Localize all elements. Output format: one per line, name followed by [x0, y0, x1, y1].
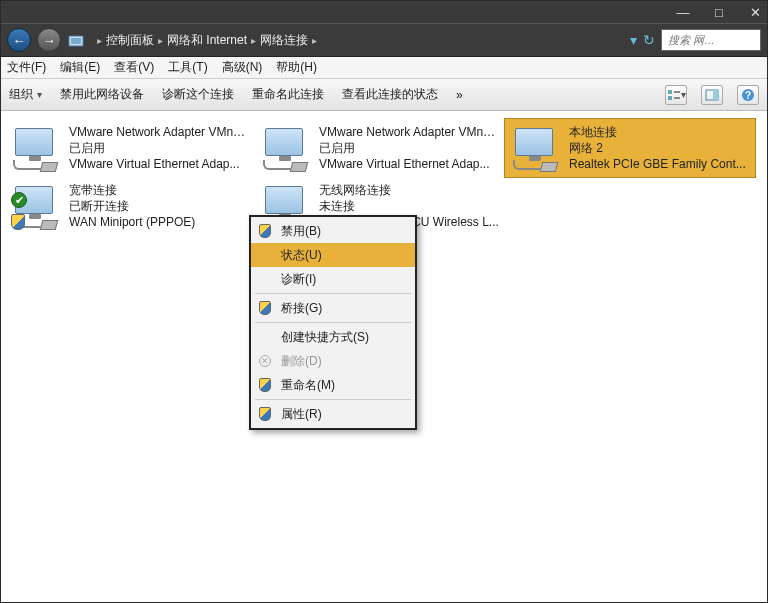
organize-label: 组织 [9, 86, 33, 103]
context-menu-label: 删除(D) [281, 353, 322, 370]
connection-item[interactable]: VMware Network Adapter VMnet8已启用VMware V… [255, 119, 505, 177]
shield-icon [257, 377, 273, 393]
organize-button[interactable]: 组织 ▾ [9, 86, 42, 103]
network-folder-icon [68, 32, 84, 48]
svg-rect-3 [668, 96, 672, 100]
breadcrumb-arrow-icon: ▸ [97, 35, 102, 46]
breadcrumb-seg-2[interactable]: 网络连接 [260, 32, 308, 49]
connection-name: VMware Network Adapter VMnet8 [319, 124, 499, 140]
connection-text: VMware Network Adapter VMnet1已启用VMware V… [69, 124, 249, 173]
context-menu: 禁用(B)状态(U)诊断(I)桥接(G)创建快捷方式(S)✕删除(D)重命名(M… [249, 215, 417, 430]
search-box[interactable]: 🔍 [661, 29, 761, 51]
menu-tools[interactable]: 工具(T) [168, 59, 207, 76]
context-menu-label: 创建快捷方式(S) [281, 329, 369, 346]
context-menu-separator [255, 399, 411, 400]
svg-rect-2 [668, 90, 672, 94]
blank-icon [257, 271, 273, 287]
connection-device: VMware Virtual Ethernet Adap... [319, 156, 499, 172]
chevron-down-icon: ▾ [37, 89, 42, 100]
context-menu-label: 桥接(G) [281, 300, 322, 317]
context-menu-item[interactable]: 状态(U) [251, 243, 415, 267]
context-menu-item[interactable]: 重命名(M) [251, 373, 415, 397]
shield-icon [257, 406, 273, 422]
breadcrumb-dropdown-button[interactable]: ▾ [630, 32, 637, 48]
location-icon [67, 31, 85, 49]
breadcrumb-seg-0[interactable]: 控制面板 [106, 32, 154, 49]
menu-file[interactable]: 文件(F) [7, 59, 46, 76]
rename-button[interactable]: 重命名此连接 [252, 86, 324, 103]
context-menu-item[interactable]: 诊断(I) [251, 267, 415, 291]
delete-icon: ✕ [257, 353, 273, 369]
nav-back-button[interactable]: ← [7, 28, 31, 52]
preview-pane-button[interactable] [701, 85, 723, 105]
svg-rect-4 [674, 91, 680, 93]
context-menu-label: 状态(U) [281, 247, 322, 264]
connection-status: 已启用 [319, 140, 499, 156]
connection-text: 本地连接网络 2Realtek PCIe GBE Family Cont... [569, 124, 746, 173]
context-menu-separator [255, 322, 411, 323]
shield-icon [257, 300, 273, 316]
connection-item[interactable]: ✔宽带连接已断开连接WAN Miniport (PPPOE) [5, 177, 255, 235]
context-menu-item[interactable]: 禁用(B) [251, 219, 415, 243]
view-options-button[interactable]: ▾ [665, 85, 687, 105]
diagnose-button[interactable]: 诊断这个连接 [162, 86, 234, 103]
close-button[interactable]: ✕ [749, 6, 761, 18]
help-button[interactable]: ? [737, 85, 759, 105]
connection-icon [11, 124, 59, 172]
connection-icon [511, 124, 559, 172]
svg-rect-5 [674, 97, 680, 99]
view-status-button[interactable]: 查看此连接的状态 [342, 86, 438, 103]
chevron-down-icon: ▾ [681, 89, 686, 100]
disable-device-button[interactable]: 禁用此网络设备 [60, 86, 144, 103]
explorer-window: — □ ✕ ← → ▸ 控制面板 ▸ 网络和 Internet ▸ 网络连接 ▸… [0, 0, 768, 603]
menu-help[interactable]: 帮助(H) [276, 59, 317, 76]
connection-text: 宽带连接已断开连接WAN Miniport (PPPOE) [69, 182, 195, 231]
connection-item[interactable]: VMware Network Adapter VMnet1已启用VMware V… [5, 119, 255, 177]
connection-name: 无线网络连接 [319, 182, 499, 198]
svg-rect-1 [71, 38, 81, 44]
breadcrumb-seg-1[interactable]: 网络和 Internet [167, 32, 247, 49]
context-menu-item[interactable]: 属性(R) [251, 402, 415, 426]
connection-icon [261, 124, 309, 172]
context-menu-separator [255, 293, 411, 294]
maximize-button[interactable]: □ [713, 6, 725, 18]
connection-status: 网络 2 [569, 140, 746, 156]
connection-item[interactable]: 本地连接网络 2Realtek PCIe GBE Family Cont... [505, 119, 755, 177]
nav-forward-button[interactable]: → [37, 28, 61, 52]
connection-name: 本地连接 [569, 124, 746, 140]
address-actions: ▾ ↻ [630, 32, 655, 48]
menu-advanced[interactable]: 高级(N) [222, 59, 263, 76]
breadcrumb-arrow-icon: ▸ [312, 35, 317, 46]
overflow-button[interactable]: » [456, 88, 463, 102]
context-menu-item: ✕删除(D) [251, 349, 415, 373]
context-menu-item[interactable]: 创建快捷方式(S) [251, 325, 415, 349]
menu-edit[interactable]: 编辑(E) [60, 59, 100, 76]
svg-text:?: ? [745, 90, 751, 101]
minimize-button[interactable]: — [677, 6, 689, 18]
connection-status: 未连接 [319, 198, 499, 214]
connection-icon: ✔ [11, 182, 59, 230]
context-menu-label: 属性(R) [281, 406, 322, 423]
connection-device: Realtek PCIe GBE Family Cont... [569, 156, 746, 172]
search-input[interactable] [666, 33, 768, 47]
command-bar: 组织 ▾ 禁用此网络设备 诊断这个连接 重命名此连接 查看此连接的状态 » ▾ … [1, 79, 767, 111]
connection-status: 已启用 [69, 140, 249, 156]
breadcrumb[interactable]: ▸ 控制面板 ▸ 网络和 Internet ▸ 网络连接 ▸ [91, 28, 624, 52]
address-bar: ← → ▸ 控制面板 ▸ 网络和 Internet ▸ 网络连接 ▸ ▾ ↻ 🔍 [1, 23, 767, 57]
svg-rect-7 [713, 90, 718, 100]
connection-device: WAN Miniport (PPPOE) [69, 214, 195, 230]
context-menu-label: 重命名(M) [281, 377, 335, 394]
context-menu-item[interactable]: 桥接(G) [251, 296, 415, 320]
connection-text: VMware Network Adapter VMnet8已启用VMware V… [319, 124, 499, 173]
connection-name: 宽带连接 [69, 182, 195, 198]
connection-name: VMware Network Adapter VMnet1 [69, 124, 249, 140]
view-icon [667, 89, 681, 101]
breadcrumb-arrow-icon: ▸ [251, 35, 256, 46]
refresh-button[interactable]: ↻ [643, 32, 655, 48]
menu-view[interactable]: 查看(V) [114, 59, 154, 76]
blank-icon [257, 329, 273, 345]
context-menu-label: 诊断(I) [281, 271, 316, 288]
context-menu-label: 禁用(B) [281, 223, 321, 240]
help-icon: ? [741, 88, 755, 102]
breadcrumb-arrow-icon: ▸ [158, 35, 163, 46]
